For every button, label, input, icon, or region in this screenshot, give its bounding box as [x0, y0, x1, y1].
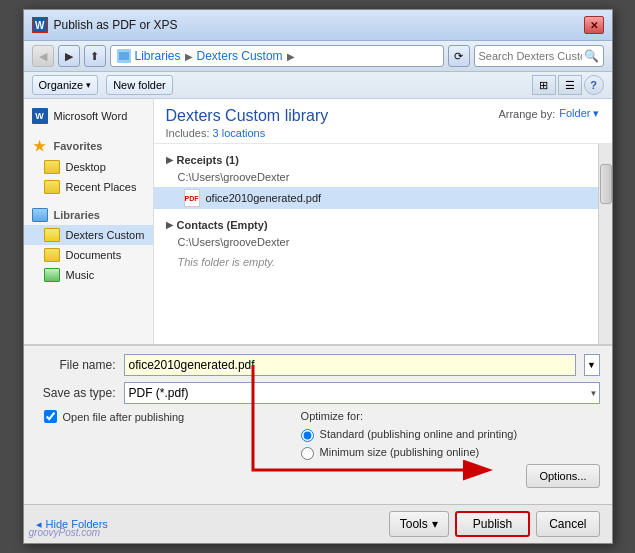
contacts-path: C:\Users\grooveDexter — [154, 235, 612, 252]
empty-folder-text: This folder is empty. — [154, 252, 612, 272]
action-buttons: Tools ▾ Publish Cancel — [389, 511, 600, 537]
help-button[interactable]: ? — [584, 75, 604, 95]
recent-icon — [44, 180, 60, 194]
list-view-button[interactable]: ☰ — [558, 75, 582, 95]
organize-button[interactable]: Organize ▾ — [32, 75, 99, 95]
path-bar[interactable]: Libraries ▶ Dexters Custom ▶ — [110, 45, 444, 67]
svg-rect-3 — [119, 52, 129, 60]
publish-button[interactable]: Publish — [455, 511, 530, 537]
minimum-radio[interactable] — [301, 447, 314, 460]
optimize-area: Optimize for: Standard (publishing onlin… — [301, 410, 600, 490]
sidebar-item-recent[interactable]: Recent Places — [24, 177, 153, 197]
filename-input[interactable] — [124, 354, 576, 376]
open-after-checkbox[interactable] — [44, 410, 57, 423]
filename-dropdown[interactable]: ▼ — [584, 354, 600, 376]
contacts-tri: ▶ — [166, 220, 173, 230]
sidebar-word-section: W Microsoft Word — [24, 105, 153, 127]
library-title: Dexters Custom library — [166, 107, 329, 125]
desktop-icon — [44, 160, 60, 174]
sidebar-libraries-header: Libraries — [24, 205, 153, 225]
savetype-row: Save as type: PDF (*.pdf) ▼ — [36, 382, 600, 404]
minimum-radio-item: Minimum size (publishing online) — [301, 446, 600, 460]
open-after-check-item: Open file after publishing — [44, 410, 293, 423]
filename-row: File name: ▼ — [36, 354, 600, 376]
path-part-custom[interactable]: Dexters Custom — [197, 49, 283, 63]
library-header: Dexters Custom library Includes: 3 locat… — [154, 99, 612, 144]
organize-arrow: ▾ — [86, 80, 91, 90]
svg-text:W: W — [35, 20, 45, 31]
search-input[interactable] — [479, 50, 582, 62]
dialog-title: Publish as PDF or XPS — [54, 18, 178, 32]
minimum-label[interactable]: Minimum size (publishing online) — [320, 446, 480, 458]
section-contacts[interactable]: ▶ Contacts (Empty) — [154, 215, 612, 235]
standard-radio-item: Standard (publishing online and printing… — [301, 428, 600, 442]
savetype-label: Save as type: — [36, 386, 116, 400]
cancel-button[interactable]: Cancel — [536, 511, 599, 537]
secondary-toolbar: Organize ▾ New folder ⊞ ☰ ? — [24, 72, 612, 99]
scrollbar-thumb[interactable] — [600, 164, 612, 204]
view-controls: ⊞ ☰ ? — [532, 75, 604, 95]
bottom-bar: ◂ Hide Folders Tools ▾ Publish Cancel — [24, 504, 612, 543]
libraries-icon — [32, 208, 48, 222]
sidebar-item-music[interactable]: Music — [24, 265, 153, 285]
search-box[interactable]: 🔍 — [474, 45, 604, 67]
library-subtitle: Includes: 3 locations — [166, 127, 329, 139]
sidebar-item-documents[interactable]: Documents — [24, 245, 153, 265]
title-bar: W Publish as PDF or XPS ✕ — [24, 10, 612, 41]
dexters-icon — [44, 228, 60, 242]
back-button[interactable]: ◀ — [32, 45, 54, 67]
file-list: ▶ Receipts (1) C:\Users\grooveDexter PDF… — [154, 144, 612, 344]
tools-button[interactable]: Tools ▾ — [389, 511, 449, 537]
sidebar-favorites-header: ★ Favorites — [24, 135, 153, 157]
word-icon: W — [32, 108, 48, 124]
receipts-path: C:\Users\grooveDexter — [154, 170, 612, 187]
standard-radio[interactable] — [301, 429, 314, 442]
options-row: Open file after publishing Optimize for:… — [36, 410, 600, 490]
arrange-by-control[interactable]: Arrange by: Folder ▾ — [498, 107, 599, 120]
sidebar-favorites-section: ★ Favorites Desktop Recent Places — [24, 135, 153, 197]
dialog-icon: W — [32, 17, 48, 33]
section-receipts[interactable]: ▶ Receipts (1) — [154, 150, 612, 170]
list-item[interactable]: PDF ofice2010generated.pdf — [154, 187, 612, 209]
open-after-label[interactable]: Open file after publishing — [63, 411, 185, 423]
check-area: Open file after publishing — [36, 410, 293, 423]
savetype-wrapper: PDF (*.pdf) ▼ — [124, 382, 600, 404]
file-list-area: Dexters Custom library Includes: 3 locat… — [154, 99, 612, 344]
scrollbar-track[interactable] — [598, 144, 612, 344]
nav-toolbar: ◀ ▶ ⬆ Libraries ▶ Dexters Custom ▶ ⟳ 🔍 — [24, 41, 612, 72]
standard-label[interactable]: Standard (publishing online and printing… — [320, 428, 518, 440]
sidebar-item-word[interactable]: W Microsoft Word — [24, 105, 153, 127]
new-folder-button[interactable]: New folder — [106, 75, 173, 95]
path-sep-2: ▶ — [287, 51, 295, 62]
music-icon — [44, 268, 60, 282]
pdf-icon: PDF — [184, 189, 200, 207]
library-icon — [117, 49, 131, 63]
main-area: W Microsoft Word ★ Favorites Desktop — [24, 99, 612, 345]
options-button[interactable]: Options... — [526, 464, 599, 488]
refresh-button[interactable]: ⟳ — [448, 45, 470, 67]
sidebar-libraries-section: Libraries Dexters Custom Documents Music — [24, 205, 153, 285]
up-button[interactable]: ⬆ — [84, 45, 106, 67]
close-button[interactable]: ✕ — [584, 16, 604, 34]
search-icon: 🔍 — [584, 49, 599, 63]
sidebar-item-dexters[interactable]: Dexters Custom — [24, 225, 153, 245]
receipts-tri: ▶ — [166, 155, 173, 165]
forward-button[interactable]: ▶ — [58, 45, 80, 67]
form-area: File name: ▼ Save as type: PDF (*.pdf) ▼ — [24, 345, 612, 504]
optimize-label: Optimize for: — [301, 410, 600, 422]
tools-arrow: ▾ — [432, 517, 438, 531]
sidebar-item-desktop[interactable]: Desktop — [24, 157, 153, 177]
savetype-select[interactable]: PDF (*.pdf) — [124, 382, 600, 404]
watermark: groovyPost.com — [29, 527, 101, 538]
favorites-icon: ★ — [32, 138, 48, 154]
documents-icon — [44, 248, 60, 262]
grid-view-button[interactable]: ⊞ — [532, 75, 556, 95]
locations-link[interactable]: 3 locations — [213, 127, 266, 139]
filename-label: File name: — [36, 358, 116, 372]
sidebar: W Microsoft Word ★ Favorites Desktop — [24, 99, 154, 344]
path-part-libraries[interactable]: Libraries — [135, 49, 181, 63]
path-sep-1: ▶ — [185, 51, 193, 62]
